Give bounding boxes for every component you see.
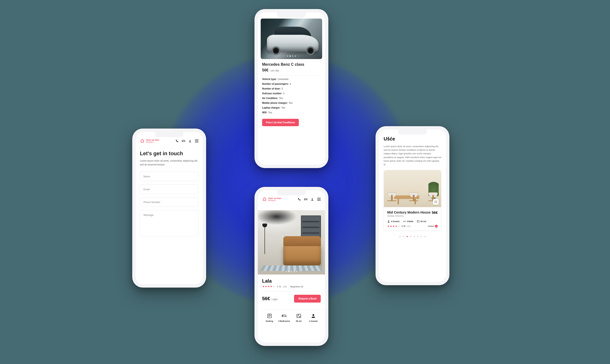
pager-dot[interactable] bbox=[294, 271, 295, 272]
carousel-dots bbox=[384, 236, 441, 237]
svg-rect-5 bbox=[435, 201, 437, 203]
pager-next-icon[interactable]: › bbox=[297, 55, 300, 57]
listing-address: Njegoševa 28 bbox=[290, 286, 303, 288]
check-icon: ✓ bbox=[435, 225, 438, 228]
badge-guests: 4 Guests bbox=[387, 220, 400, 223]
pager-dot[interactable] bbox=[292, 55, 293, 57]
carousel-dot[interactable] bbox=[403, 236, 404, 237]
price-list-button[interactable]: Price List And Conditions bbox=[262, 119, 299, 126]
rating-value: 4.76 bbox=[402, 225, 406, 227]
pager-prev-icon[interactable]: ‹ bbox=[283, 55, 285, 57]
house-icon bbox=[140, 139, 145, 143]
parking-icon bbox=[267, 313, 272, 319]
pager-dot[interactable] bbox=[291, 271, 292, 272]
listing-hero-image: ‹ › bbox=[258, 210, 325, 274]
carousel-dot[interactable] bbox=[407, 236, 408, 237]
email-field[interactable]: Email bbox=[140, 184, 199, 194]
car-spec-row: Laptop chargor:Yes bbox=[262, 106, 321, 109]
svg-point-4 bbox=[313, 314, 314, 316]
phone-mockup-contact: Stan na Dan Beograd EN Let's get in touc… bbox=[132, 129, 206, 287]
guest-icon bbox=[387, 220, 390, 223]
property-card-title: Mid Century Modern House bbox=[387, 210, 431, 214]
carousel-dot[interactable] bbox=[417, 236, 419, 237]
brand-name: Stan na Dan bbox=[146, 139, 159, 141]
phone-icon[interactable] bbox=[175, 140, 178, 143]
pager-prev-icon[interactable]: ‹ bbox=[282, 270, 284, 273]
hamburger-menu-icon[interactable] bbox=[317, 198, 321, 201]
pager-dot[interactable] bbox=[295, 55, 296, 57]
brand-name: Stan na Dan bbox=[268, 197, 281, 199]
bed-icon bbox=[403, 220, 406, 223]
floorplan-icon bbox=[417, 220, 420, 223]
rating-stars: ★★★★★ bbox=[262, 285, 275, 288]
user-icon[interactable] bbox=[189, 140, 191, 143]
feature-parking: Parking bbox=[262, 313, 277, 322]
brand-logo[interactable]: Stan na Dan Beograd bbox=[140, 139, 159, 143]
phone-notch bbox=[277, 190, 306, 195]
expand-button[interactable] bbox=[433, 199, 439, 205]
feature-area: 89 m2 bbox=[291, 313, 306, 322]
svg-rect-2 bbox=[268, 314, 272, 318]
phone-field[interactable]: Phone Number bbox=[140, 197, 199, 207]
page-title: Let's get in touch bbox=[140, 150, 199, 157]
pager-dot[interactable] bbox=[287, 55, 288, 57]
pager-dot[interactable] bbox=[289, 55, 291, 57]
language-toggle[interactable]: EN bbox=[182, 140, 185, 142]
hamburger-menu-icon[interactable] bbox=[195, 140, 199, 142]
property-card-address: Maršala Tolbuhina bbox=[387, 215, 431, 217]
phone-mockup-listing: Stan na Dan Beograd EN ‹ bbox=[255, 187, 328, 346]
car-price-period: / per day bbox=[270, 69, 279, 72]
svg-point-0 bbox=[190, 140, 190, 141]
badge-area: 82 m2 bbox=[417, 220, 426, 223]
pager-dot[interactable] bbox=[288, 271, 289, 272]
message-field[interactable]: Message bbox=[140, 210, 199, 236]
rating-stars: ★★★★★ bbox=[387, 225, 400, 228]
brand-logo[interactable]: Stan na Dan Beograd bbox=[262, 197, 281, 202]
pager-dot[interactable] bbox=[296, 271, 297, 272]
svg-point-1 bbox=[312, 198, 313, 199]
phone-mockup-car: ‹ › Mercedes Benz C class 56€ / per day … bbox=[255, 9, 328, 168]
property-card[interactable]: Mid Century Modern House Maršala Tolbuhi… bbox=[384, 170, 441, 231]
area-title: Ušće bbox=[384, 136, 441, 142]
carousel-dot[interactable] bbox=[410, 236, 411, 237]
carousel-dot[interactable] bbox=[421, 236, 422, 237]
name-field[interactable]: Name bbox=[140, 172, 199, 181]
pager-dot[interactable] bbox=[286, 271, 287, 272]
car-spec-row: Vehicle type:Limousine bbox=[262, 78, 321, 80]
bed-icon bbox=[281, 313, 287, 319]
car-title: Mercedes Benz C class bbox=[262, 62, 321, 67]
language-toggle[interactable]: EN bbox=[304, 198, 307, 201]
carousel-dot[interactable] bbox=[414, 236, 415, 237]
instant-badge: Instant ✓ bbox=[428, 225, 438, 228]
phone-notch bbox=[277, 12, 306, 18]
car-hero-image: ‹ › bbox=[261, 19, 322, 59]
carousel-dot[interactable] bbox=[424, 236, 426, 237]
car-price: 56€ bbox=[262, 68, 269, 72]
brand-sub: Beograd bbox=[146, 141, 159, 143]
rating-count: (22) bbox=[407, 225, 411, 227]
area-description: Lorem ipsum dolor sit amet, consectetur … bbox=[384, 144, 441, 166]
floorplan-icon bbox=[296, 313, 301, 319]
car-spec-row: Mobile phone chargor:Yes bbox=[262, 102, 321, 104]
listing-price: 56€/ night bbox=[262, 296, 278, 301]
rating-value: 4.76 bbox=[277, 286, 281, 288]
request-book-button[interactable]: Request a Book bbox=[294, 295, 321, 303]
page-lead: Lorem ipsum dolor sit amet, consectetur … bbox=[140, 159, 199, 166]
badge-beds: 3 Beds bbox=[403, 220, 413, 223]
car-spec-row: Number of passengers:4 bbox=[262, 83, 321, 85]
rating-count: (22) bbox=[283, 286, 287, 288]
carousel-dot[interactable] bbox=[399, 236, 401, 237]
image-pager: ‹ › bbox=[261, 55, 322, 57]
guest-icon bbox=[311, 313, 316, 319]
house-icon bbox=[262, 197, 267, 202]
brand-sub: Beograd bbox=[268, 199, 281, 201]
phone-mockup-area: Ušće Lorem ipsum dolor sit amet, consect… bbox=[376, 126, 449, 285]
property-card-image bbox=[384, 170, 441, 207]
phone-notch bbox=[155, 132, 183, 137]
listing-features: Parking 3 Bedrooms 89 m2 4 Guests bbox=[258, 310, 325, 327]
divider bbox=[262, 291, 321, 291]
svg-point-6 bbox=[388, 221, 389, 221]
user-icon[interactable] bbox=[311, 198, 314, 201]
pager-next-icon[interactable]: › bbox=[299, 270, 301, 273]
phone-icon[interactable] bbox=[298, 198, 301, 201]
